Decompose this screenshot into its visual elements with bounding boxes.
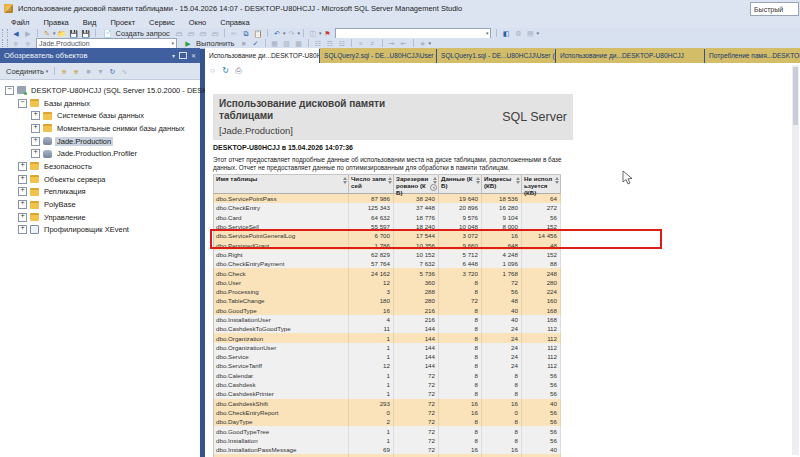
table-header-cell-3[interactable]: Данные (КБ)	[439, 175, 482, 194]
disconnect-plug-icon[interactable]: ⎈	[71, 67, 81, 76]
comment-icon[interactable]: ≡	[356, 39, 366, 48]
find-combobox[interactable]: ▾	[335, 28, 491, 39]
expand-toggle-icon[interactable]: +	[31, 111, 40, 120]
menu-item-6[interactable]: Справка	[213, 17, 256, 28]
stop-icon[interactable]: ■	[83, 67, 93, 76]
expand-toggle-icon[interactable]: +	[18, 175, 27, 184]
indent-icon[interactable]: ⇥	[387, 39, 397, 48]
print-icon[interactable]: ⎙	[234, 66, 243, 75]
expand-toggle-icon[interactable]: +	[18, 200, 27, 209]
parse-icon[interactable]: ✓	[251, 39, 261, 48]
results-grid-icon[interactable]: ☷	[313, 39, 323, 48]
copy-icon[interactable]: ⧉	[241, 29, 251, 38]
dmx-query-icon[interactable]: 🗃	[198, 29, 208, 38]
table-header-cell-1[interactable]: Число записей	[349, 175, 394, 194]
close-icon[interactable]: ✕	[191, 52, 196, 59]
expand-toggle-icon[interactable]: +	[31, 124, 40, 133]
expand-toggle-icon[interactable]: +	[31, 137, 40, 146]
toolbar-grip[interactable]	[2, 29, 8, 37]
document-tab-3[interactable]: Использование ди...DESKTOP-U80HCJJ	[556, 48, 704, 63]
sort-arrows-icon[interactable]	[516, 177, 520, 184]
expand-toggle-icon[interactable]: +	[31, 149, 40, 158]
document-tab-1[interactable]: SQLQuery2.sql - DE...U80HCJJ\User (59))*	[320, 48, 436, 63]
results-file-icon[interactable]: ☳	[337, 39, 347, 48]
properties-icon[interactable]: ⚙	[513, 29, 523, 38]
chevron-down-icon[interactable]: ▾	[172, 52, 175, 59]
layout-icon[interactable]: ▤	[525, 29, 535, 38]
menu-item-0[interactable]: Файл	[4, 17, 36, 28]
expand-toggle-icon[interactable]: +	[18, 162, 27, 171]
document-tab-2[interactable]: SQLQuery1.sql - DE...U80HCJJ\User (68))*	[437, 48, 555, 63]
object-explorer-header[interactable]: Обозреватель объектов ▾ ✕	[0, 48, 200, 63]
include-plan-icon[interactable]: ▩	[294, 39, 304, 48]
tree-item-11[interactable]: +Профилировщик XEvent	[0, 224, 200, 237]
toolbar-overflow-icon[interactable]: ▾	[429, 40, 432, 46]
new-query-dropdown-icon[interactable]: ▾	[53, 30, 56, 36]
tree-item-4[interactable]: +Jade.Production	[0, 135, 200, 148]
document-tab-4[interactable]: Потребление памя...DESKTOP-U80H	[705, 48, 800, 63]
expand-toggle-icon[interactable]: −	[18, 99, 27, 108]
live-stats-icon[interactable]: ▨	[282, 39, 292, 48]
float-window-icon[interactable]	[179, 52, 187, 59]
open-file-icon[interactable]: 📁	[57, 29, 67, 38]
tree-item-6[interactable]: +Безопасность	[0, 160, 200, 173]
sort-arrows-icon[interactable]	[476, 177, 480, 184]
activity-monitor-icon[interactable]: ◫	[308, 29, 318, 38]
refresh-icon[interactable]: ↻	[221, 66, 230, 75]
redo-dropdown-icon[interactable]: ▾	[297, 30, 300, 36]
tree-item-3[interactable]: +Моментальные снимки базы данных	[0, 122, 200, 135]
quick-launch-input[interactable]: Быстрый	[750, 2, 799, 16]
save-all-icon[interactable]: 💾	[81, 29, 91, 38]
menu-item-2[interactable]: Вид	[76, 17, 104, 28]
database-selector[interactable]: Jade.Production ▾	[36, 38, 177, 49]
expand-toggle-icon[interactable]: +	[18, 213, 27, 222]
paste-icon[interactable]: 📋	[253, 29, 263, 38]
menu-item-5[interactable]: Окно	[182, 17, 213, 28]
sort-arrows-icon[interactable]	[433, 177, 437, 184]
new-query-icon[interactable]: ✎	[42, 29, 52, 38]
sort-arrows-icon[interactable]	[555, 177, 559, 184]
expand-toggle-icon[interactable]: −	[5, 86, 14, 95]
expand-toggle-icon[interactable]: +	[18, 187, 27, 196]
cut-icon[interactable]: ✂	[229, 29, 239, 38]
undo-dropdown-icon[interactable]: ▾	[283, 30, 286, 36]
mdx-query-icon[interactable]: 🗃	[186, 29, 196, 38]
flag-icon[interactable]: ⚑	[322, 29, 332, 38]
tree-item-1[interactable]: −Базы данных	[0, 97, 200, 110]
menu-item-3[interactable]: Проект	[103, 17, 142, 28]
vertical-scrollbar[interactable]	[792, 65, 799, 455]
menu-item-1[interactable]: Правка	[36, 17, 75, 28]
expand-toggle-icon[interactable]: +	[18, 225, 27, 234]
tree-item-5[interactable]: +Jade.Production.Profiler	[0, 147, 200, 160]
tree-item-0[interactable]: −DESKTOP-U80HCJJ (SQL Server 15.0.2000 -…	[0, 84, 200, 97]
connect-plug-icon[interactable]: ⎈	[59, 67, 69, 76]
refresh-icon[interactable]: ↻	[107, 67, 117, 76]
save-icon[interactable]: 💾	[69, 29, 79, 38]
outdent-icon[interactable]: ⇤	[399, 39, 409, 48]
connect-db-icon[interactable]: ⎈	[11, 39, 21, 48]
toolbar-grip[interactable]	[2, 39, 8, 47]
sort-arrows-icon[interactable]	[343, 177, 347, 184]
execute-button[interactable]: ▶ Выполнить	[179, 39, 238, 48]
menu-item-4[interactable]: Сервис	[142, 17, 182, 28]
table-header-cell-0[interactable]: Имя таблицы	[214, 175, 349, 194]
change-connection-icon[interactable]: ⎈	[23, 39, 33, 48]
tree-item-7[interactable]: +Объекты сервера	[0, 173, 200, 186]
sort-arrows-icon[interactable]	[388, 177, 392, 184]
activity-icon[interactable]: ∿	[119, 67, 129, 76]
undo-icon[interactable]: ↶	[272, 29, 282, 38]
pin-panel-icon[interactable]: ◧	[501, 29, 511, 38]
tree-item-8[interactable]: +Репликация	[0, 186, 200, 199]
results-text-icon[interactable]: ☶	[325, 39, 335, 48]
document-tab-0[interactable]: Использование ди...DESKTOP-U80HCJJ↗✕	[205, 48, 319, 63]
new-query-button[interactable]: 📄 Создать запрос	[99, 29, 173, 38]
tree-item-2[interactable]: +Системные базы данных	[0, 109, 200, 122]
xmla-query-icon[interactable]: 🗃	[210, 29, 220, 38]
nav-back-icon[interactable]: ◀	[11, 29, 21, 38]
uncomment-icon[interactable]: ≠	[368, 39, 378, 48]
database-query-icon[interactable]: 🗃	[174, 29, 184, 38]
filter-icon[interactable]: ▼	[95, 67, 105, 76]
nav-forward-icon[interactable]: ▶	[23, 29, 33, 38]
toolbar-overflow-icon[interactable]: ▾	[536, 30, 539, 36]
cancel-query-icon[interactable]: ■	[239, 39, 249, 48]
